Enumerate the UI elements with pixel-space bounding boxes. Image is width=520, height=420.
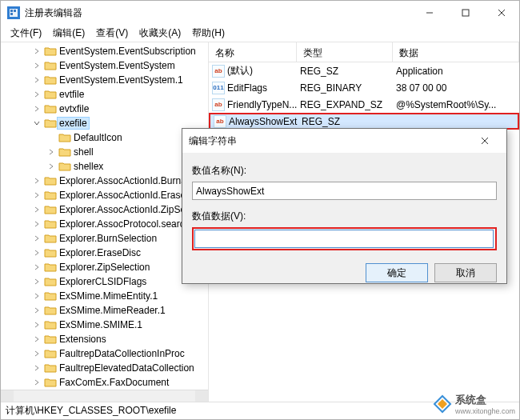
value-data: 38 07 00 00 (393, 82, 519, 94)
menu-help[interactable]: 帮助(H) (187, 25, 230, 42)
menu-edit[interactable]: 编辑(E) (48, 25, 90, 42)
value-name-label: 数值名称(N): (192, 164, 497, 178)
value-type: REG_SZ (298, 116, 394, 127)
tree-item[interactable]: evtxfile (1, 102, 208, 116)
chevron-right-icon[interactable] (32, 219, 42, 229)
chevron-right-icon[interactable] (32, 248, 42, 258)
chevron-right-icon[interactable] (32, 234, 42, 243)
chevron-right-icon[interactable] (32, 75, 42, 85)
tree-item[interactable]: ExSMime.MimeEntity.1 (1, 289, 208, 303)
tree-item[interactable]: Explorer.AssocActionId.EraseDisc (1, 188, 208, 202)
tree-item[interactable]: EventSystem.EventSystem (1, 58, 208, 73)
chevron-right-icon[interactable] (46, 147, 56, 157)
tree-item[interactable]: FaultrepDataCollectionInProc (1, 346, 208, 361)
ok-button[interactable]: 确定 (366, 263, 428, 282)
col-type[interactable]: 类型 (297, 42, 393, 62)
chevron-right-icon[interactable] (32, 378, 42, 387)
tree-item[interactable]: shellex (1, 159, 208, 174)
chevron-right-icon[interactable] (32, 46, 42, 56)
chevron-right-icon[interactable] (46, 162, 56, 171)
tree-item[interactable]: ExSMime.SMIME.1 (1, 318, 208, 332)
col-name[interactable]: 名称 (209, 42, 297, 62)
folder-icon (44, 60, 57, 71)
list-row[interactable]: abFriendlyTypeN...REG_EXPAND_SZ@%SystemR… (209, 96, 519, 113)
chevron-right-icon[interactable] (32, 90, 42, 99)
value-name-input[interactable] (192, 182, 497, 200)
tree-label: ExSMime.MimeReader.1 (59, 305, 166, 316)
folder-icon (44, 362, 57, 374)
tree-item[interactable]: ExplorerCLSIDFlags (1, 274, 208, 289)
tree-label: shellex (74, 161, 103, 172)
list-row[interactable]: 011EditFlagsREG_BINARY38 07 00 00 (209, 79, 519, 96)
value-string-icon: ab (214, 115, 226, 128)
tree-label: ExplorerCLSIDFlags (59, 276, 146, 287)
value-name: EditFlags (227, 82, 267, 94)
chevron-right-icon[interactable] (32, 61, 42, 70)
chevron-right-icon[interactable] (32, 176, 42, 186)
close-button[interactable] (483, 1, 519, 25)
menu-file[interactable]: 文件(F) (6, 25, 46, 42)
svg-rect-1 (10, 10, 13, 12)
folder-icon (44, 377, 57, 388)
chevron-right-icon[interactable] (32, 349, 42, 358)
svg-marker-11 (438, 399, 447, 409)
value-name: FriendlyTypeN... (227, 99, 297, 110)
tree-pane[interactable]: EventSystem.EventSubscriptionEventSystem… (1, 42, 209, 402)
folder-icon (44, 348, 57, 359)
tree-item[interactable]: exefile (1, 116, 208, 130)
col-data[interactable]: 数据 (393, 42, 519, 62)
folder-icon (44, 290, 57, 302)
folder-icon (44, 190, 57, 201)
chevron-right-icon[interactable] (32, 190, 42, 200)
chevron-right-icon[interactable] (32, 306, 42, 315)
tree-item[interactable]: Explorer.EraseDisc (1, 246, 208, 260)
chevron-down-icon[interactable] (32, 118, 42, 128)
tree-label: shell (74, 146, 94, 158)
value-data-input[interactable] (194, 230, 494, 248)
folder-icon (44, 204, 57, 215)
tree-item[interactable]: DefaultIcon (1, 130, 208, 145)
folder-icon (44, 276, 57, 287)
dialog-title: 编辑字符串 (189, 134, 470, 148)
chevron-right-icon[interactable] (32, 363, 42, 373)
tree-item[interactable]: shell (1, 145, 208, 159)
tree-item[interactable]: Explorer.BurnSelection (1, 231, 208, 246)
chevron-right-icon[interactable] (32, 277, 42, 286)
tree-item[interactable]: EventSystem.EventSystem.1 (1, 73, 208, 87)
cancel-button[interactable]: 取消 (434, 263, 497, 282)
folder-icon (44, 118, 57, 129)
value-type: REG_EXPAND_SZ (297, 99, 393, 110)
tree-item[interactable]: FaxComEx.FaxDocument (1, 375, 208, 390)
tree-item[interactable]: Explorer.AssocActionId.BurnSelection (1, 174, 208, 188)
tree-label: evtxfile (59, 103, 89, 114)
folder-icon (44, 262, 57, 273)
tree-item[interactable]: FaultrepElevatedDataCollection (1, 361, 208, 375)
tree-item[interactable]: Extensions (1, 332, 208, 346)
horizontal-scrollbar[interactable] (1, 390, 208, 402)
minimize-button[interactable] (411, 1, 447, 25)
maximize-button[interactable] (447, 1, 483, 25)
list-row[interactable]: ab(默认)REG_SZApplication (209, 62, 519, 79)
chevron-right-icon[interactable] (32, 320, 42, 330)
dialog-close-button[interactable] (470, 130, 500, 152)
svg-rect-5 (462, 10, 469, 16)
menu-favorites[interactable]: 收藏夹(A) (134, 25, 186, 42)
tree-item[interactable]: Explorer.AssocActionId.ZipSelection (1, 202, 208, 217)
tree-item[interactable]: ExSMime.MimeReader.1 (1, 303, 208, 318)
tree-item[interactable]: evtfile (1, 87, 208, 102)
tree-label: FaxComEx.FaxDocument (59, 377, 169, 388)
tree-item[interactable]: EventSystem.EventSubscription (1, 44, 208, 58)
menu-view[interactable]: 查看(V) (91, 25, 133, 42)
value-data: @%SystemRoot%\Sy... (393, 99, 519, 110)
chevron-right-icon[interactable] (32, 334, 42, 344)
list-row[interactable]: abAlwaysShowExtREG_SZ (209, 113, 519, 130)
folder-icon (44, 233, 57, 244)
chevron-right-icon[interactable] (32, 104, 42, 114)
tree-item[interactable]: Explorer.ZipSelection (1, 260, 208, 274)
folder-icon (58, 146, 71, 158)
folder-icon (44, 89, 57, 100)
tree-item[interactable]: Explorer.AssocProtocol.search-ms (1, 217, 208, 231)
chevron-right-icon[interactable] (32, 262, 42, 272)
chevron-right-icon[interactable] (32, 205, 42, 214)
chevron-right-icon[interactable] (32, 291, 42, 301)
